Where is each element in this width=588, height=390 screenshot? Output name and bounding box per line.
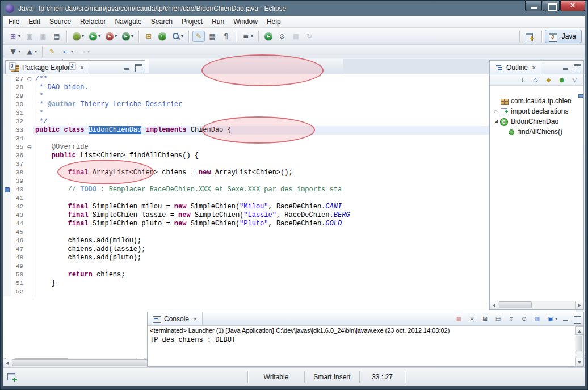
open-console-button[interactable]: ▣▾ [544, 313, 559, 325]
outline-toolbar: ↓◇◆●▽ [490, 74, 583, 86]
menu-search[interactable]: Search [146, 16, 177, 27]
marker-ruler [3, 279, 11, 288]
new-java-project-button[interactable]: ⊞ [142, 31, 155, 42]
menu-file[interactable]: File [4, 16, 24, 27]
scroll-left-button[interactable] [3, 359, 11, 367]
new-java-class-button[interactable]: C [156, 31, 169, 42]
view-menu-button[interactable]: ▽ [569, 74, 581, 85]
scroll-down-button[interactable] [575, 358, 583, 366]
block-selection-button[interactable]: ▦ [206, 31, 219, 42]
dropdown-arrow-icon[interactable]: ▾ [87, 47, 90, 56]
search-button[interactable]: ▾ [170, 31, 185, 42]
console-view: Console × ■×⊠▤↕⊙▥▣▾ <terminated> Launche… [147, 312, 584, 367]
clear-console-button[interactable]: ▤ [492, 313, 504, 324]
display-selected-console-button[interactable]: ▥ [531, 313, 543, 324]
menu-navigate[interactable]: Navigate [110, 16, 146, 27]
fast-view-icon[interactable] [7, 372, 17, 382]
scroll-left-button[interactable] [490, 301, 498, 309]
open-perspective-button[interactable] [523, 31, 538, 42]
titlebar[interactable]: Java - tp-chien-dao/src/main/java/com/ic… [1, 1, 587, 16]
skip-all-breakpoints-button[interactable]: ⊘ [276, 31, 288, 42]
outline-item-bidonchiendao[interactable]: ◢BidonChienDao [490, 116, 583, 127]
menu-window[interactable]: Window [229, 16, 262, 27]
maximize-view-button[interactable] [133, 63, 143, 72]
run-last-launched-button[interactable]: ▶ [262, 31, 275, 42]
dropdown-arrow-icon[interactable]: ▾ [18, 47, 20, 56]
status-cursor-position: 33 : 27 [359, 371, 405, 383]
last-edit-location-button[interactable]: ✎ [46, 46, 58, 57]
run-button[interactable]: ▶▾ [87, 31, 102, 42]
toolbar-separator [66, 31, 67, 42]
pin-console-button[interactable]: ⊙ [518, 313, 530, 324]
view-minmax-buttons [561, 314, 582, 323]
outline-tab[interactable]: Outline × [490, 61, 541, 74]
minimize-button[interactable] [525, 1, 542, 11]
dropdown-arrow-icon[interactable]: ▾ [555, 314, 557, 324]
mark-occurrences-button[interactable]: ✎ [192, 31, 205, 42]
toolbar-separator [236, 31, 236, 42]
menu-help[interactable]: Help [262, 16, 285, 27]
outline-item-import-declarations[interactable]: ▷import declarations [490, 106, 583, 116]
dropdown-arrow-icon[interactable]: ▾ [35, 47, 37, 56]
print-button[interactable]: ▤ [51, 31, 63, 42]
expand-arrow-icon[interactable]: ◢ [493, 116, 499, 127]
dropdown-arrow-icon[interactable]: ▾ [181, 32, 183, 41]
console-output[interactable]: TP des chiens : DEBUT [148, 336, 574, 366]
menu-refactor[interactable]: Refactor [75, 16, 110, 27]
dropdown-arrow-icon[interactable]: ▾ [98, 32, 100, 41]
java-perspective-button[interactable]: Java [545, 30, 582, 43]
maximize-button[interactable] [543, 1, 560, 11]
scrollbar-thumb[interactable] [499, 301, 532, 308]
scroll-up-button[interactable] [575, 326, 583, 335]
next-annotation-button[interactable]: ▼▾ [7, 46, 22, 57]
minimize-view-button[interactable] [561, 63, 571, 72]
scrollbar-thumb[interactable] [576, 336, 582, 351]
menu-source[interactable]: Source [45, 16, 75, 27]
outline-item-com-icauda-tp-chien[interactable]: com.icauda.tp.chien [490, 96, 583, 106]
back-button[interactable]: ←▾ [60, 46, 75, 57]
hide-fields-button[interactable]: ◇ [530, 74, 541, 85]
outline-hscrollbar[interactable] [490, 301, 583, 309]
debug-button[interactable]: ▾ [70, 31, 86, 42]
previous-annotation-button[interactable]: ▲▾ [23, 46, 39, 57]
outline-item-findallchiens[interactable]: findAllChiens() [490, 127, 583, 137]
dropdown-arrow-icon[interactable]: ▾ [131, 32, 133, 41]
menu-project[interactable]: Project [177, 16, 207, 27]
console-title: Console [164, 315, 189, 323]
scroll-right-button[interactable] [575, 301, 583, 309]
new-wizard-button[interactable]: ⊞▾ [7, 31, 22, 42]
show-whitespace-button[interactable]: ¶ [220, 31, 232, 42]
menu-run[interactable]: Run [207, 16, 229, 27]
console-tab[interactable]: Console × [148, 312, 203, 325]
minimize-view-button[interactable] [561, 314, 571, 323]
debug-icon [73, 32, 81, 40]
dropdown-arrow-icon[interactable]: ▾ [251, 32, 253, 41]
close-icon[interactable]: × [532, 65, 536, 70]
hide-non-public-members-button[interactable]: ● [556, 74, 568, 85]
fold-collapse-icon[interactable]: ⊖ [26, 143, 33, 152]
hide-static-members-button[interactable]: ◆ [543, 74, 555, 85]
scroll-lock-button[interactable]: ↕ [505, 313, 517, 324]
sort-button[interactable]: ↓ [516, 74, 528, 85]
package-explorer-tab[interactable]: Package Explorer × [6, 61, 89, 74]
imports-icon [499, 107, 509, 116]
external-tools-button[interactable]: ▶▾ [120, 31, 135, 42]
dropdown-arrow-icon[interactable]: ▾ [82, 32, 84, 41]
dropdown-arrow-icon[interactable]: ▾ [71, 47, 73, 56]
close-button[interactable]: × [560, 1, 585, 11]
remove-all-terminated-button[interactable]: ⊠ [479, 313, 491, 324]
dropdown-arrow-icon[interactable]: ▾ [115, 32, 117, 41]
dropdown-arrow-icon[interactable]: ▾ [18, 32, 20, 41]
maximize-view-button[interactable] [572, 63, 582, 72]
menu-edit[interactable]: Edit [24, 16, 45, 27]
console-vscrollbar[interactable] [575, 326, 583, 366]
maximize-view-button[interactable] [572, 314, 582, 323]
open-element-button[interactable]: ≡▾ [240, 31, 255, 42]
expand-arrow-icon[interactable]: ▷ [493, 106, 499, 116]
coverage-button[interactable]: ▶▾ [103, 31, 119, 42]
remove-launch-button[interactable]: × [466, 313, 478, 324]
minimize-view-button[interactable] [123, 63, 132, 72]
close-icon[interactable]: × [80, 65, 85, 70]
fold-collapse-icon[interactable]: ⊖ [26, 75, 33, 83]
close-icon[interactable]: × [193, 316, 198, 322]
